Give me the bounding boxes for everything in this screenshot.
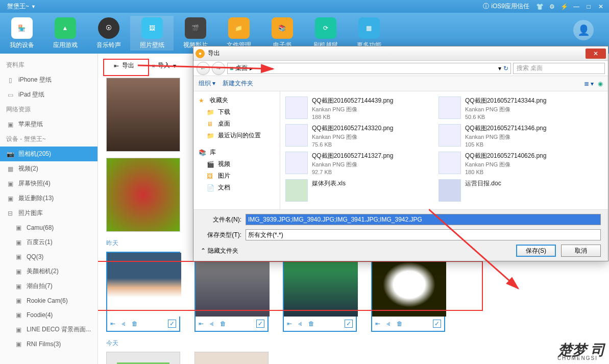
checkbox-icon[interactable]: ✓ — [345, 320, 353, 328]
png-icon — [285, 124, 308, 147]
sidebar-sub-linedeco[interactable]: ▣LINE DECO 背景画面... — [0, 322, 98, 337]
skin-icon[interactable]: 👕 — [535, 3, 544, 11]
sidebar-video[interactable]: ▦视频(2) — [0, 161, 98, 176]
close-icon[interactable]: ✕ — [597, 3, 605, 11]
refresh-icon[interactable]: ↻ — [503, 65, 508, 72]
delete-icon[interactable]: 🗑 — [132, 320, 138, 327]
sidebar-sub-foodie[interactable]: ▣Foodie(4) — [0, 308, 98, 322]
photo-thumb-selected[interactable]: ⇤⪡🗑✓ — [106, 252, 180, 332]
tab-photos[interactable]: 🖼照片壁纸 — [130, 16, 174, 51]
sidebar-sub-baidu[interactable]: ▣百度云(1) — [0, 235, 98, 250]
checkbox-icon[interactable]: ✓ — [168, 320, 176, 328]
file-item[interactable]: 媒体列表.xls — [283, 177, 436, 204]
ios-trust-button[interactable]: ⓘ iOS9应用信任 — [483, 2, 529, 11]
tab-video[interactable]: 🎬视频影片 — [174, 16, 217, 51]
file-item[interactable]: 运营日报.doc — [436, 177, 590, 204]
photo-thumb[interactable] — [106, 352, 180, 364]
cancel-button[interactable]: 取消 — [561, 245, 601, 257]
tab-jailbreak[interactable]: ⟳刷机越狱 — [304, 16, 347, 51]
tree-favorites[interactable]: ★收藏夹 — [197, 94, 277, 106]
sidebar-photo-library[interactable]: ⊟照片图库 — [0, 206, 98, 221]
path-bar[interactable]: ■ 桌面 ▸ ▾ ↻ — [227, 63, 511, 74]
file-item[interactable]: QQ截图20160527144439.pngKankan PNG 图像188 K… — [283, 94, 436, 122]
sidebar-camera[interactable]: 📷照相机(205) — [0, 147, 98, 161]
minimize-icon[interactable]: — — [572, 3, 580, 11]
photo-thumb-selected[interactable]: ⇤⪡🗑✓ — [194, 252, 269, 332]
sidebar-sub-qq[interactable]: ▣QQ(3) — [0, 250, 98, 264]
tree-documents[interactable]: 📄文档 — [197, 182, 277, 193]
save-button[interactable]: 保存(S) — [516, 245, 556, 257]
tree-videos[interactable]: 🎬视频 — [197, 158, 277, 170]
sidebar-screenshot[interactable]: ▣屏幕快照(4) — [0, 176, 98, 191]
share-icon[interactable]: ⪡ — [209, 320, 215, 327]
share-icon[interactable]: ⪡ — [120, 320, 127, 327]
tree-downloads[interactable]: 📁下载 — [197, 106, 277, 118]
hide-folders-toggle[interactable]: ⌃隐藏文件夹 — [201, 247, 238, 255]
photo-thumb-selected[interactable]: ⇤⪡🗑✓ — [283, 252, 357, 332]
tree-libraries[interactable]: 📚库 — [197, 147, 277, 158]
sidebar-sub-chao[interactable]: ▣潮自拍(7) — [0, 279, 98, 294]
help-icon[interactable]: ◉ — [598, 80, 603, 87]
photo-thumb[interactable] — [194, 352, 269, 364]
user-avatar-icon[interactable]: 👤 — [573, 20, 594, 40]
file-item[interactable]: QQ截图20160527140626.pngKankan PNG 图像180 K… — [436, 150, 590, 177]
png-icon — [285, 96, 308, 119]
checkbox-icon[interactable]: ✓ — [433, 320, 441, 328]
file-item[interactable]: QQ截图20160527143344.pngKankan PNG 图像50.6 … — [436, 94, 590, 122]
album-icon: ▣ — [14, 238, 22, 247]
forward-button[interactable]: → — [212, 62, 225, 75]
tree-recent[interactable]: 📁最近访问的位置 — [197, 130, 277, 141]
export-icon[interactable]: ⇤ — [287, 320, 292, 327]
tab-ebook[interactable]: 📚电子书 — [260, 16, 304, 51]
view-options-icon[interactable]: ≣ ▾ — [584, 80, 594, 87]
sidebar-apple-wallpaper[interactable]: ▣苹果壁纸 — [0, 117, 98, 132]
back-button[interactable]: ← — [197, 62, 210, 75]
file-item[interactable]: QQ截图20160527143320.pngKankan PNG 图像75.6 … — [283, 122, 436, 150]
delete-icon[interactable]: 🗑 — [308, 320, 314, 327]
export-button[interactable]: ⇤导出 — [106, 58, 142, 74]
sidebar-sub-rni[interactable]: ▣RNI Films(3) — [0, 337, 98, 351]
feedback-icon[interactable]: ⚡ — [560, 3, 568, 11]
share-icon[interactable]: ⪡ — [385, 320, 392, 327]
organize-button[interactable]: 组织 ▾ — [199, 79, 215, 88]
maximize-icon[interactable]: □ — [584, 3, 593, 11]
settings-icon[interactable]: ⚙ — [548, 3, 556, 11]
export-icon[interactable]: ⇤ — [375, 320, 380, 327]
sidebar-sub-camu[interactable]: ▣Camu(68) — [0, 221, 98, 235]
photo-thumb[interactable] — [106, 158, 180, 232]
dropdown-icon[interactable]: ▾ — [498, 65, 501, 72]
tab-apps[interactable]: ▲应用游戏 — [43, 16, 87, 51]
dialog-close-button[interactable]: ✕ — [586, 48, 606, 59]
filename-input[interactable]: IMG_3939.JPG;IMG_3940.JPG;IMG_3941.JPG;I… — [246, 214, 601, 225]
new-folder-button[interactable]: 新建文件夹 — [223, 79, 253, 88]
filetype-select[interactable]: 所有文件(*.*) — [246, 229, 601, 240]
sidebar-sub-beauty[interactable]: ▣美颜相机(2) — [0, 264, 98, 279]
image-icon: ▣ — [6, 120, 14, 129]
file-item[interactable]: QQ截图20160527141327.pngKankan PNG 图像92.7 … — [283, 150, 436, 177]
tree-desktop[interactable]: 🖥桌面 — [197, 118, 277, 130]
checkbox-icon[interactable]: ✓ — [256, 320, 264, 328]
export-icon[interactable]: ⇤ — [199, 320, 204, 327]
photo-thumb-selected[interactable]: ⇤⪡🗑✓ — [371, 252, 445, 332]
delete-icon[interactable]: 🗑 — [220, 320, 226, 327]
import-button[interactable]: ⇥导入▾ — [142, 58, 184, 74]
tab-files[interactable]: 📁文件管理 — [217, 16, 260, 51]
export-icon[interactable]: ⇤ — [110, 320, 115, 327]
file-item[interactable]: QQ截图20160527141346.pngKankan PNG 图像105 K… — [436, 122, 590, 150]
sidebar-ipad-wallpaper[interactable]: ▭iPad 壁纸 — [0, 87, 98, 102]
tab-music[interactable]: ⦿音乐铃声 — [87, 16, 130, 51]
tab-more[interactable]: ▦更多功能 — [347, 16, 391, 51]
sidebar-recent-delete[interactable]: ▣最近删除(13) — [0, 191, 98, 206]
sidebar-iphone-wallpaper[interactable]: ▯iPhone 壁纸 — [0, 72, 98, 87]
photo-thumb[interactable] — [106, 78, 180, 152]
filename-label: 文件名(N): — [201, 215, 241, 224]
delete-icon[interactable]: 🗑 — [397, 320, 403, 327]
title-dropdown-icon[interactable]: ▼ — [31, 4, 36, 9]
tree-pictures[interactable]: 🖼图片 — [197, 170, 277, 182]
library-icon: ⊟ — [6, 209, 14, 217]
sidebar-sub-rookie[interactable]: ▣Rookie Cam(6) — [0, 294, 98, 308]
tab-my-device[interactable]: 🏪我的设备 — [0, 16, 43, 51]
search-input[interactable]: 搜索 桌面 — [513, 63, 605, 74]
share-icon[interactable]: ⪡ — [297, 320, 303, 327]
album-icon: ▣ — [14, 268, 22, 276]
